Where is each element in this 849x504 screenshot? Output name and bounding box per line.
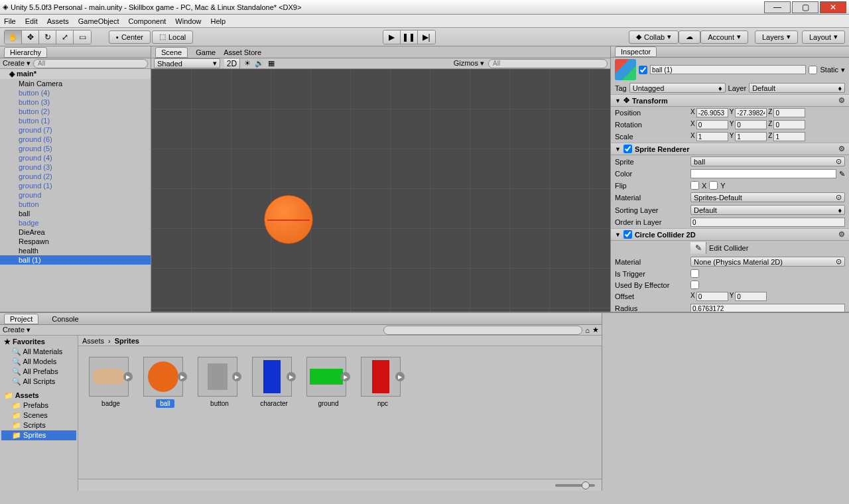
close-button[interactable]: ✕	[820, 1, 846, 13]
radius-input[interactable]	[690, 304, 845, 312]
hierarchy-item[interactable]: Respawn	[0, 237, 151, 246]
menu-window[interactable]: Window	[175, 17, 201, 25]
maximize-button[interactable]: ▢	[792, 1, 818, 13]
active-checkbox[interactable]	[639, 66, 647, 74]
asset-npc[interactable]: ▶npc	[361, 357, 405, 408]
pos-x-input[interactable]	[696, 108, 728, 117]
hierarchy-item[interactable]: badge	[0, 218, 151, 227]
rot-x-input[interactable]	[696, 120, 728, 129]
scene-search-input[interactable]	[488, 59, 608, 68]
scene-tab[interactable]: Scene	[155, 47, 188, 58]
scale-z-input[interactable]	[773, 132, 805, 141]
asset-ground[interactable]: ▶ground	[306, 357, 350, 408]
hierarchy-item[interactable]: button (2)	[0, 107, 151, 116]
pos-z-input[interactable]	[773, 108, 805, 117]
material-field[interactable]: Sprites-Default⊙	[690, 192, 845, 202]
offset-y-input[interactable]	[735, 292, 767, 301]
hierarchy-item[interactable]: ground (3)	[0, 162, 151, 172]
sprite-renderer-header[interactable]: ▼Sprite Renderer⚙	[611, 143, 849, 155]
hierarchy-item[interactable]: button (3)	[0, 97, 151, 107]
gizmos-dropdown[interactable]: Gizmos ▾	[454, 59, 484, 68]
sprite-field[interactable]: ball⊙	[690, 157, 845, 166]
gear-icon[interactable]: ⚙	[838, 96, 845, 105]
is-trigger-checkbox[interactable]	[690, 269, 699, 278]
hierarchy-item[interactable]: ground (4)	[0, 153, 151, 162]
hierarchy-list[interactable]: ◈ main*Main Camerabutton (4)button (3)bu…	[0, 69, 151, 312]
lighting-icon[interactable]: ☀	[244, 59, 251, 68]
scale-y-input[interactable]	[735, 132, 767, 141]
hierarchy-item[interactable]: button (4)	[0, 88, 151, 97]
sorting-layer-dropdown[interactable]: Default♦	[690, 205, 845, 215]
hierarchy-item[interactable]: ball (1)	[0, 255, 151, 265]
menu-file[interactable]: File	[4, 17, 16, 25]
rect-tool-button[interactable]: ▭	[74, 31, 91, 44]
pivot-center-toggle[interactable]: ▪ Center	[109, 31, 151, 44]
rotate-tool-button[interactable]: ↻	[39, 31, 56, 44]
offset-x-input[interactable]	[696, 292, 728, 301]
scale-x-input[interactable]	[696, 132, 728, 141]
edit-collider-button[interactable]: ✎	[690, 242, 706, 254]
breadcrumb-sprites[interactable]: Sprites	[115, 337, 139, 345]
hierarchy-item[interactable]: button	[0, 200, 151, 209]
pause-button[interactable]: ❚❚	[401, 31, 418, 44]
scene-item[interactable]: ◈ main*	[0, 69, 151, 79]
minimize-button[interactable]: —	[764, 1, 791, 13]
asset-store-tab[interactable]: Asset Store	[224, 48, 261, 56]
folder-item[interactable]: 📁 Scenes	[1, 410, 76, 420]
folder-item[interactable]: 📁 Prefabs	[1, 401, 76, 410]
audio-icon[interactable]: 🔊	[255, 59, 264, 68]
layers-dropdown[interactable]: Layers ▾	[755, 31, 798, 44]
breadcrumb-assets[interactable]: Assets	[82, 337, 104, 345]
circle-collider-header[interactable]: ▼Circle Collider 2D⚙	[611, 228, 849, 241]
project-create-dropdown[interactable]: Create ▾	[3, 326, 31, 334]
search-filter-icon[interactable]: ⌂	[585, 326, 590, 334]
hierarchy-item[interactable]: ground (6)	[0, 135, 151, 144]
scale-tool-button[interactable]: ⤢	[56, 31, 74, 44]
order-in-layer-input[interactable]	[690, 218, 845, 227]
hierarchy-search-input[interactable]	[33, 59, 148, 68]
static-checkbox[interactable]	[809, 66, 817, 74]
rot-z-input[interactable]	[773, 120, 805, 129]
hierarchy-item[interactable]: ground (5)	[0, 144, 151, 153]
hierarchy-item[interactable]: ground (7)	[0, 125, 151, 135]
asset-grid[interactable]: ▶badge▶ball▶button▶character▶ground▶npc	[78, 346, 602, 479]
asset-badge[interactable]: ▶badge	[89, 357, 133, 408]
project-tree[interactable]: ★ Favorites🔍 All Materials🔍 All Models🔍 …	[0, 336, 78, 491]
gear-icon[interactable]: ⚙	[838, 145, 845, 153]
folder-item[interactable]: 📁 Sprites	[1, 430, 76, 440]
asset-ball[interactable]: ▶ball	[143, 357, 187, 408]
favorite-icon[interactable]: ★	[592, 326, 599, 334]
pos-y-input[interactable]	[735, 108, 767, 117]
flip-x-checkbox[interactable]	[690, 181, 699, 190]
hierarchy-item[interactable]: ground (2)	[0, 172, 151, 181]
menu-assets[interactable]: Assets	[47, 17, 69, 25]
flip-y-checkbox[interactable]	[709, 181, 718, 190]
hierarchy-item[interactable]: health	[0, 246, 151, 255]
console-tab[interactable]: Console	[52, 315, 78, 323]
fx-icon[interactable]: ▦	[268, 59, 275, 68]
2d-toggle[interactable]: 2D	[224, 59, 240, 68]
hierarchy-item[interactable]: ball	[0, 209, 151, 218]
local-global-toggle[interactable]: ⬚ Local	[152, 31, 193, 44]
gear-icon[interactable]: ⚙	[838, 230, 845, 239]
scene-object-ball[interactable]	[264, 195, 313, 244]
play-button[interactable]: ▶	[383, 31, 401, 44]
project-tab[interactable]: Project	[4, 314, 38, 324]
folder-item[interactable]: 📁 Scripts	[1, 420, 76, 430]
step-button[interactable]: ▶|	[418, 31, 435, 44]
project-search-input[interactable]	[383, 326, 582, 335]
scene-viewport[interactable]	[151, 69, 610, 312]
menu-gameobject[interactable]: GameObject	[78, 17, 119, 25]
move-tool-button[interactable]: ✥	[22, 31, 39, 44]
hand-tool-button[interactable]: ✋	[5, 31, 22, 44]
physics-material-field[interactable]: None (Physics Material 2D)⊙	[690, 257, 845, 267]
hierarchy-create-dropdown[interactable]: Create ▾	[3, 59, 31, 68]
used-by-effector-checkbox[interactable]	[690, 281, 699, 289]
asset-button[interactable]: ▶button	[198, 357, 241, 408]
hierarchy-item[interactable]: ground	[0, 190, 151, 200]
hierarchy-item[interactable]: Main Camera	[0, 79, 151, 88]
asset-character[interactable]: ▶character	[252, 357, 296, 408]
menu-component[interactable]: Component	[128, 17, 166, 25]
inspector-tab[interactable]: Inspector	[615, 46, 657, 57]
account-dropdown[interactable]: Account ▾	[700, 31, 748, 44]
